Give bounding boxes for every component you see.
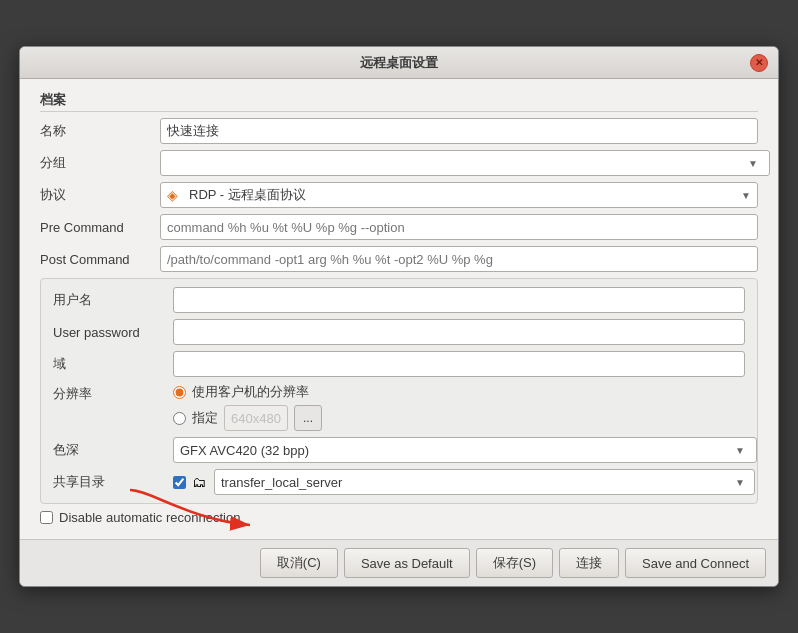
dialog-title: 远程桌面设置 — [48, 54, 750, 72]
reconnect-checkbox[interactable] — [40, 511, 53, 524]
resolution-custom-row: 指定 640x480 ... — [173, 405, 322, 431]
color-depth-select[interactable]: GFX AVC420 (32 bpp) GFX AVC444 (32 bpp) … — [173, 437, 757, 463]
save-connect-button[interactable]: Save and Connect — [625, 548, 766, 578]
name-control — [160, 118, 758, 144]
domain-row: 域 — [53, 351, 745, 377]
connect-button[interactable]: 连接 — [559, 548, 619, 578]
post-command-control — [160, 246, 758, 272]
group-control: ▼ — [160, 150, 758, 176]
protocol-row: 协议 ◈ RDP - 远程桌面协议 ▼ — [40, 182, 758, 208]
shared-dir-select[interactable]: transfer_local_server — [214, 469, 755, 495]
reconnect-row: Disable automatic reconnection — [40, 510, 758, 525]
save-default-button[interactable]: Save as Default — [344, 548, 470, 578]
resolution-use-client-radio[interactable] — [173, 386, 186, 399]
close-button[interactable]: ✕ — [750, 54, 768, 72]
group-label: 分组 — [40, 154, 160, 172]
shared-dir-checkbox[interactable] — [173, 476, 186, 489]
post-command-row: Post Command — [40, 246, 758, 272]
domain-label: 域 — [53, 355, 173, 373]
dialog-content: 档案 名称 分组 ▼ 协议 — [20, 79, 778, 539]
username-input[interactable] — [173, 287, 745, 313]
name-label: 名称 — [40, 122, 160, 140]
color-depth-row: 色深 GFX AVC420 (32 bpp) GFX AVC444 (32 bp… — [53, 437, 745, 463]
resolution-custom-label: 指定 — [192, 409, 218, 427]
folder-icon: 🗂 — [192, 474, 206, 490]
username-row: 用户名 — [53, 287, 745, 313]
protocol-value: RDP - 远程桌面协议 — [189, 186, 741, 204]
post-command-label: Post Command — [40, 252, 160, 267]
resolution-dots-button[interactable]: ... — [294, 405, 322, 431]
resolution-use-client-row: 使用客户机的分辨率 — [173, 383, 322, 401]
color-depth-label: 色深 — [53, 441, 173, 459]
reconnect-label: Disable automatic reconnection — [59, 510, 240, 525]
resolution-label: 分辨率 — [53, 383, 173, 403]
username-control — [173, 287, 745, 313]
save-button[interactable]: 保存(S) — [476, 548, 553, 578]
domain-input[interactable] — [173, 351, 745, 377]
protocol-control: ◈ RDP - 远程桌面协议 ▼ — [160, 182, 758, 208]
pre-command-input[interactable] — [160, 214, 758, 240]
post-command-input[interactable] — [160, 246, 758, 272]
name-row: 名称 — [40, 118, 758, 144]
shared-dir-label: 共享目录 — [53, 473, 173, 491]
protocol-label: 协议 — [40, 186, 160, 204]
pre-command-control — [160, 214, 758, 240]
bottom-bar: 取消(C) Save as Default 保存(S) 连接 Save and … — [20, 539, 778, 586]
password-row: User password — [53, 319, 745, 345]
cancel-button[interactable]: 取消(C) — [260, 548, 338, 578]
group-row: 分组 ▼ — [40, 150, 758, 176]
protocol-arrow-icon: ▼ — [741, 190, 751, 201]
resolution-custom-select[interactable]: 640x480 — [224, 405, 288, 431]
password-input[interactable] — [173, 319, 745, 345]
auth-section: 用户名 User password 域 分辨率 — [40, 278, 758, 504]
username-label: 用户名 — [53, 291, 173, 309]
group-select[interactable] — [160, 150, 770, 176]
pre-command-label: Pre Command — [40, 220, 160, 235]
resolution-control: 使用客户机的分辨率 指定 640x480 ... — [173, 383, 745, 431]
shared-dir-row: 共享目录 🗂 transfer_local_server ▼ — [53, 469, 745, 495]
title-bar: 远程桌面设置 ✕ — [20, 47, 778, 79]
domain-control — [173, 351, 745, 377]
shared-dir-control: 🗂 transfer_local_server ▼ — [173, 469, 745, 495]
resolution-custom-radio[interactable] — [173, 412, 186, 425]
pre-command-row: Pre Command — [40, 214, 758, 240]
resolution-use-client-label: 使用客户机的分辨率 — [192, 383, 309, 401]
resolution-row: 分辨率 使用客户机的分辨率 指定 640x480 — [53, 383, 745, 431]
color-depth-control: GFX AVC420 (32 bpp) GFX AVC444 (32 bpp) … — [173, 437, 745, 463]
reconnect-area: Disable automatic reconnection — [40, 510, 758, 525]
remote-desktop-settings-dialog: 远程桌面设置 ✕ 档案 名称 分组 ▼ — [19, 46, 779, 587]
password-control — [173, 319, 745, 345]
protocol-select[interactable]: ◈ RDP - 远程桌面协议 ▼ — [160, 182, 758, 208]
password-label: User password — [53, 325, 173, 340]
rdp-icon: ◈ — [167, 187, 183, 203]
name-input[interactable] — [160, 118, 758, 144]
profile-section-header: 档案 — [40, 91, 758, 112]
